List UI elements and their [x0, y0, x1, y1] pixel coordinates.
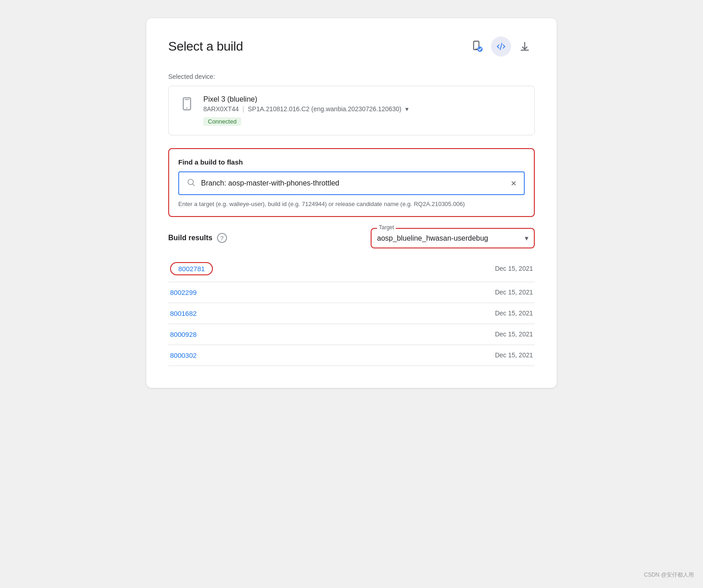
search-input[interactable]: [201, 179, 505, 187]
search-hint: Enter a target (e.g. walleye-user), buil…: [178, 200, 525, 209]
build-date-8002781: Dec 15, 2021: [495, 265, 533, 272]
search-icon: [186, 178, 196, 189]
device-connection-button[interactable]: [467, 36, 487, 57]
target-label: Target: [377, 224, 396, 231]
build-id-8002299[interactable]: 8002299: [170, 289, 196, 296]
search-box: ✕: [178, 171, 525, 195]
target-select[interactable]: aosp_blueline_hwasan-userdebug aosp_blue…: [375, 231, 530, 246]
connected-badge: Connected: [203, 117, 241, 126]
device-chevron-icon[interactable]: ▾: [405, 105, 408, 113]
build-list: 8002781 Dec 15, 2021 8002299 Dec 15, 202…: [168, 256, 535, 366]
device-section-label: Selected device:: [168, 73, 535, 80]
build-date-8000928: Dec 15, 2021: [495, 330, 533, 338]
transfer-icon: [496, 41, 506, 52]
build-date-8002299: Dec 15, 2021: [495, 289, 533, 296]
device-build: SP1A.210812.016.C2 (eng.wanbia.20230726.…: [248, 105, 401, 113]
main-card: Select a build: [146, 18, 557, 388]
device-card[interactable]: Pixel 3 (blueline) 8ARX0XT44 | SP1A.2108…: [168, 86, 535, 135]
device-connected-icon: [471, 40, 484, 53]
build-id-8000302[interactable]: 8000302: [170, 351, 196, 359]
separator: |: [243, 105, 244, 113]
table-row: 8002299 Dec 15, 2021: [168, 282, 535, 303]
help-icon[interactable]: ?: [217, 233, 227, 243]
transfer-button[interactable]: [491, 36, 511, 57]
watermark: CSDN @安仔都人用: [644, 571, 694, 579]
build-id-8000928[interactable]: 8000928: [170, 330, 196, 338]
target-dropdown-wrap[interactable]: Target aosp_blueline_hwasan-userdebug ao…: [371, 228, 535, 248]
build-id-8002781[interactable]: 8002781: [170, 262, 213, 275]
results-label-group: Build results ?: [168, 233, 227, 243]
download-button[interactable]: [515, 36, 535, 57]
table-row: 8001682 Dec 15, 2021: [168, 303, 535, 324]
table-row: 8000928 Dec 15, 2021: [168, 324, 535, 345]
device-name: Pixel 3 (blueline): [203, 95, 408, 103]
svg-point-2: [477, 46, 483, 52]
results-row: Build results ? Target aosp_blueline_hwa…: [168, 228, 535, 248]
page-title: Select a build: [168, 39, 243, 54]
table-row: 8002781 Dec 15, 2021: [168, 256, 535, 282]
find-label: Find a build to flash: [178, 158, 525, 166]
header-actions: [467, 36, 535, 57]
phone-icon: [180, 97, 194, 113]
build-date-8001682: Dec 15, 2021: [495, 309, 533, 317]
header: Select a build: [168, 36, 535, 57]
device-id-row: 8ARX0XT44 | SP1A.210812.016.C2 (eng.wanb…: [203, 105, 408, 113]
svg-line-7: [193, 184, 195, 186]
find-section: Find a build to flash ✕ Enter a target (…: [168, 148, 535, 217]
clear-icon[interactable]: ✕: [511, 179, 517, 188]
device-serial: 8ARX0XT44: [203, 105, 239, 113]
download-icon: [519, 41, 530, 52]
build-id-8001682[interactable]: 8001682: [170, 309, 196, 317]
svg-point-4: [186, 108, 188, 109]
table-row: 8000302 Dec 15, 2021: [168, 345, 535, 366]
device-info: Pixel 3 (blueline) 8ARX0XT44 | SP1A.2108…: [203, 95, 408, 126]
build-date-8000302: Dec 15, 2021: [495, 351, 533, 359]
results-label: Build results: [168, 234, 212, 242]
